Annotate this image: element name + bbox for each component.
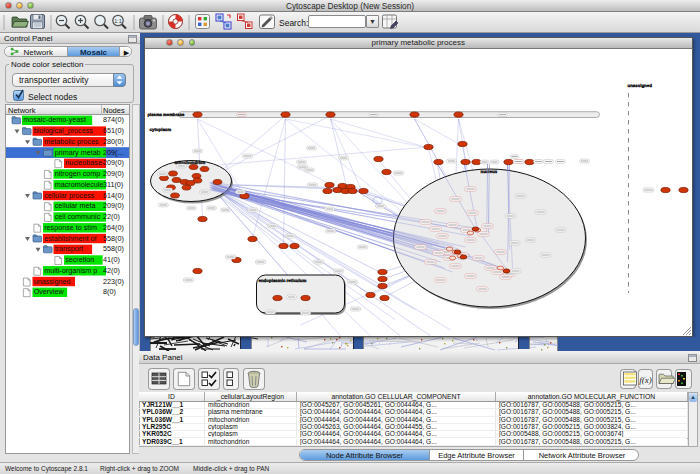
svg-text:f(x): f(x) — [639, 375, 652, 385]
